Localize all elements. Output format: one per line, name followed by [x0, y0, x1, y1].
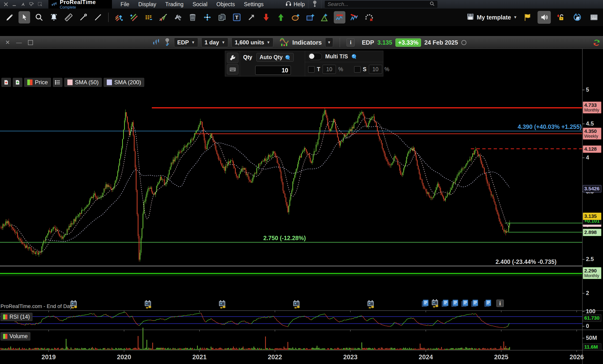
calendar-coins-icon[interactable]: [218, 299, 227, 309]
stop-checkbox[interactable]: [354, 66, 360, 73]
calendar-coins-icon[interactable]: [430, 298, 440, 308]
volume-label: Volume: [10, 333, 28, 340]
news-doc-icon[interactable]: [460, 298, 470, 308]
x-axis-year: 2019: [42, 353, 56, 361]
menu-objects[interactable]: Objects: [216, 1, 235, 8]
link-key-icon[interactable]: [312, 0, 318, 8]
info-icon[interactable]: i: [495, 298, 505, 308]
select-tool-icon[interactable]: [37, 2, 43, 7]
news-doc-icon[interactable]: [441, 298, 450, 308]
target-percent-input[interactable]: [323, 65, 336, 74]
trendline-icon[interactable]: [92, 11, 104, 23]
triangle-plus-icon[interactable]: [319, 11, 331, 23]
arrow-ne-icon[interactable]: [245, 11, 257, 23]
target-checkbox[interactable]: [308, 66, 314, 73]
segment-icon[interactable]: [77, 11, 89, 23]
export-up-icon[interactable]: [13, 78, 22, 87]
sma200-chip[interactable]: SMA (200): [104, 78, 144, 87]
ruler-icon[interactable]: [63, 11, 74, 23]
resistance-icon[interactable]: [334, 11, 345, 23]
link-chart-icon[interactable]: [164, 38, 171, 47]
news-doc-icon[interactable]: [483, 298, 493, 308]
list-icon[interactable]: [53, 78, 62, 87]
realtime-refresh-icon[interactable]: [592, 39, 601, 48]
menu-file[interactable]: File: [120, 1, 129, 8]
auto-qty-button[interactable]: Auto Qty: [256, 53, 294, 62]
help-menu[interactable]: Help: [285, 0, 305, 8]
restore-icon[interactable]: [571, 11, 584, 24]
quantity-input[interactable]: [255, 66, 291, 75]
copy-icon[interactable]: [216, 11, 228, 23]
arrow-up-icon[interactable]: [275, 11, 287, 23]
info-icon[interactable]: i: [347, 38, 355, 47]
minimize-icon[interactable]: [12, 2, 17, 7]
price-badge-2.898: 2.898: [583, 229, 601, 236]
calendar-coins-icon[interactable]: [292, 299, 302, 309]
multi-ts-toggle[interactable]: [308, 53, 322, 60]
news-doc-icon[interactable]: [421, 298, 430, 308]
level-annotation: 2.750 (-12.28%): [263, 235, 306, 241]
timeframe-select[interactable]: 1 day▼: [201, 38, 228, 47]
menu-trading[interactable]: Trading: [165, 1, 183, 8]
volume-indicator-chip[interactable]: Volume: [0, 332, 30, 341]
units-select[interactable]: 1,600 units▼: [232, 38, 273, 47]
indicators-button[interactable]: Indicators: [292, 39, 322, 46]
level-annotation: 4.390 (+40.03% +1.255): [518, 123, 582, 130]
news-doc-icon[interactable]: [470, 298, 480, 308]
search-input[interactable]: [327, 1, 429, 8]
rsi-indicator-chip[interactable]: RSI (14): [0, 313, 33, 321]
save-template-icon[interactable]: [466, 15, 475, 22]
keyboard-order-button[interactable]: [227, 64, 238, 74]
news-doc-icon[interactable]: [450, 298, 460, 308]
export-down-icon[interactable]: [1, 78, 11, 87]
sound-icon[interactable]: [537, 11, 551, 24]
close-x-icon[interactable]: [3, 2, 9, 7]
price-series-chip[interactable]: Price: [24, 78, 51, 87]
sma50-line[interactable]: [12, 118, 510, 252]
protect-icon[interactable]: [554, 11, 568, 24]
price-axis[interactable]: 54.543.532.524.733Monthly4.350Weekly4.12…: [583, 49, 603, 364]
screens-icon[interactable]: [29, 2, 34, 7]
menu-settings[interactable]: Settings: [244, 1, 264, 8]
chart-maximize-button[interactable]: [28, 40, 33, 45]
qty-tab[interactable]: Qty: [242, 53, 253, 61]
levels-icon[interactable]: [143, 11, 154, 23]
candlestick-style-icon[interactable]: [152, 38, 160, 47]
text-icon[interactable]: T: [231, 11, 243, 23]
rect-plus-icon[interactable]: [304, 11, 316, 23]
channel-plus-icon[interactable]: [128, 11, 139, 23]
indicators-dropdown[interactable]: ▼: [325, 38, 333, 47]
sma50-swatch: [67, 80, 73, 85]
zigzag-icon[interactable]: [157, 11, 169, 23]
calendar-coins-icon[interactable]: [143, 299, 153, 309]
prorealtime-app: 4.390 (+40.03% +1.255)2.750 (-12.28%)2.4…: [0, 0, 603, 364]
x-axis-year: 2026: [569, 353, 584, 361]
alert-bell-icon[interactable]: [48, 11, 59, 23]
menu-display[interactable]: Display: [138, 1, 156, 8]
calendar-coins-icon[interactable]: [366, 299, 376, 309]
zoom-icon[interactable]: [33, 11, 45, 23]
tools-icon[interactable]: [172, 11, 184, 23]
symbol-select[interactable]: EDP▼: [174, 38, 198, 47]
trash-icon[interactable]: [187, 11, 198, 23]
template-dropdown[interactable]: My template ▼: [466, 12, 517, 22]
stop-percent-input[interactable]: [369, 65, 382, 74]
trend-break-icon[interactable]: [348, 11, 360, 23]
order-settings-button[interactable]: [227, 53, 238, 63]
chart-close-button[interactable]: ✕: [5, 39, 10, 46]
gauge-icon[interactable]: [363, 11, 375, 23]
trend-arrows-icon[interactable]: [113, 11, 125, 23]
menu-social[interactable]: Social: [193, 1, 208, 8]
search-icon[interactable]: [429, 1, 435, 8]
cursor-icon[interactable]: [19, 11, 30, 23]
highlighter-icon[interactable]: [4, 11, 15, 23]
sma200-line[interactable]: [46, 126, 510, 242]
arrow-down-icon[interactable]: [260, 11, 272, 23]
move-icon[interactable]: [201, 11, 213, 23]
ellipse-plus-icon[interactable]: [290, 11, 301, 23]
chart-minimize-button[interactable]: —: [16, 39, 22, 46]
sma50-chip[interactable]: SMA (50): [64, 78, 102, 87]
pin-icon[interactable]: [20, 2, 26, 7]
flag-icon[interactable]: [521, 11, 534, 24]
matrix-icon[interactable]: [587, 11, 601, 24]
